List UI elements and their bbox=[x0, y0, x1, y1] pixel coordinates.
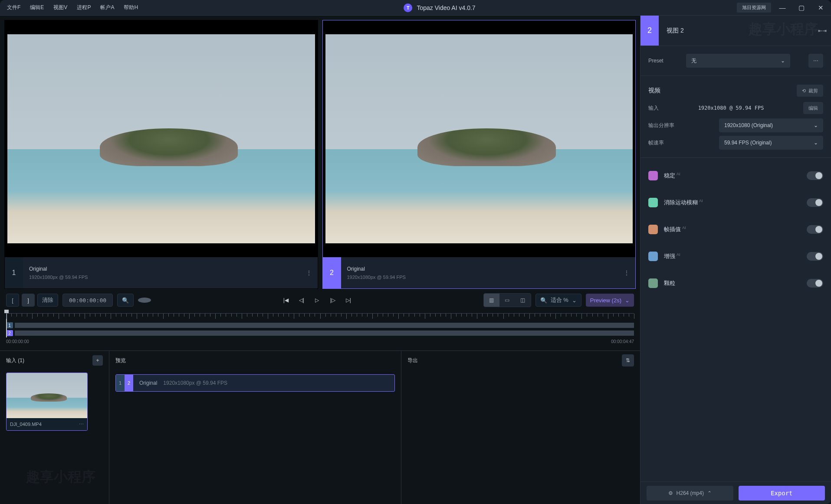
single-view-icon[interactable]: ▭ bbox=[499, 294, 515, 307]
fps-value: 59.94 FPS (Original) bbox=[724, 140, 772, 146]
zoom-select[interactable]: 🔍 适合 % ⌄ bbox=[535, 294, 581, 307]
go-end-button[interactable]: ▷| bbox=[345, 296, 352, 304]
zoom-out-icon: 🔍 bbox=[540, 297, 547, 304]
clear-button[interactable]: 清除 bbox=[37, 294, 58, 307]
app-logo-icon: T bbox=[404, 3, 412, 12]
preset-more-button[interactable]: ⋯ bbox=[808, 54, 823, 68]
mark-in-button[interactable]: [ bbox=[6, 294, 19, 307]
enhancer-label: 颗粒 bbox=[664, 279, 801, 287]
preview-label: Preview (2s) bbox=[590, 297, 621, 304]
input-panel: 输入 (1) + DJI_0409.MP4 ⋯ 趣享小程序 bbox=[0, 351, 109, 504]
compare-mode-toggle[interactable]: ▥ ▭ ◫ bbox=[483, 293, 531, 307]
preview-area: 1 Original 1920x1080px @ 59.94 FPS ⋮ 2 O… bbox=[0, 16, 640, 289]
fps-select[interactable]: 59.94 FPS (Original) ⌄ bbox=[719, 136, 823, 150]
split-view-icon[interactable]: ◫ bbox=[515, 294, 531, 307]
export-button[interactable]: Export bbox=[739, 486, 825, 501]
enhancer-icon bbox=[648, 198, 658, 207]
menu-process[interactable]: 进程P bbox=[72, 1, 95, 14]
play-button[interactable]: ▷ bbox=[313, 296, 321, 304]
preview-panel: 预览 1 2 Original 1920x1080px @ 59.94 FPS bbox=[109, 351, 401, 504]
expand-sidebar-button[interactable]: ⇤⇥ bbox=[814, 22, 831, 39]
menu-view[interactable]: 视图V bbox=[49, 1, 72, 14]
step-fwd-button[interactable]: |▷ bbox=[329, 296, 337, 304]
pane-meta-2: 1920x1080px @ 59.94 FPS bbox=[347, 275, 612, 280]
input-thumbnail[interactable]: DJI_0409.MP4 ⋯ bbox=[6, 373, 88, 431]
go-start-button[interactable]: |◀ bbox=[282, 296, 290, 304]
mark-out-button[interactable]: ] bbox=[22, 294, 35, 307]
preset-label: Preset bbox=[648, 58, 663, 64]
preview-row-badge-2: 2 bbox=[125, 375, 133, 391]
enhancer-toggle[interactable] bbox=[807, 198, 823, 207]
step-back-button[interactable]: ◁| bbox=[298, 296, 305, 304]
menu-file[interactable]: 文件F bbox=[3, 1, 25, 14]
enhancer-toggle[interactable] bbox=[807, 225, 823, 234]
pane-name-1: Original bbox=[29, 266, 294, 272]
enhancer-row-0: 稳定AI bbox=[640, 162, 831, 189]
pane-badge-1: 1 bbox=[5, 257, 23, 288]
side-view-badge: 2 bbox=[640, 16, 659, 46]
enhancer-label: 消除运动模糊AI bbox=[664, 199, 801, 206]
menu-bar: 文件F 编辑E 视图V 进程P 帐户A 帮助H bbox=[3, 1, 142, 14]
pane-menu-2[interactable]: ⋮ bbox=[618, 257, 635, 288]
preview-row-meta: 1920x1080px @ 59.94 FPS bbox=[163, 380, 227, 386]
preview-row-name: Original bbox=[139, 380, 157, 386]
enhancer-icon bbox=[648, 225, 658, 234]
pane-name-2: Original bbox=[347, 266, 612, 272]
crop-button[interactable]: ⟲ 裁剪 bbox=[797, 85, 823, 97]
playback-toolbar: [ ] 清除 00:00:00:00 🔍 |◀ ◁| ▷ |▷ ▷| ▥ ▭ ◫… bbox=[0, 289, 640, 311]
timeline-ruler[interactable] bbox=[6, 313, 634, 321]
timeline-start: 00:00:00:00 bbox=[6, 339, 29, 344]
slider-handle-icon[interactable] bbox=[138, 298, 151, 303]
preview-panel-title: 预览 bbox=[115, 357, 126, 364]
crop-label: 裁剪 bbox=[808, 88, 818, 94]
edit-input-button[interactable]: 编辑 bbox=[803, 102, 823, 114]
menu-account[interactable]: 帐户A bbox=[96, 1, 118, 14]
window-controls: 旭日资源网 — ▢ ✕ bbox=[737, 2, 828, 14]
codec-select[interactable]: ⚙ H264 (mp4) ⌃ bbox=[647, 486, 733, 501]
enhancer-toggle[interactable] bbox=[807, 279, 823, 288]
watermark-text: 趣享小程序 bbox=[26, 468, 95, 487]
enhancer-toggle[interactable] bbox=[807, 252, 823, 261]
preview-list-row[interactable]: 1 2 Original 1920x1080px @ 59.94 FPS bbox=[115, 374, 395, 392]
menu-help[interactable]: 帮助H bbox=[119, 1, 142, 14]
menu-edit[interactable]: 编辑E bbox=[26, 1, 48, 14]
video-section-title: 视频 bbox=[648, 87, 660, 95]
add-input-button[interactable]: + bbox=[92, 355, 103, 366]
preset-value: 无 bbox=[691, 57, 696, 65]
enhancer-row-4: 颗粒 bbox=[640, 270, 831, 297]
thumb-menu-icon[interactable]: ⋯ bbox=[79, 422, 84, 427]
track-1[interactable] bbox=[15, 323, 634, 328]
timecode-display[interactable]: 00:00:00:00 bbox=[62, 294, 113, 307]
preview-pane-2[interactable]: 2 Original 1920x1080px @ 59.94 FPS ⋮ bbox=[322, 20, 636, 289]
timeline[interactable]: 1 2 00:00:00:00 00:00:04:47 bbox=[0, 311, 640, 350]
timeline-end: 00:00:04:47 bbox=[611, 339, 634, 344]
gear-icon: ⚙ bbox=[668, 490, 673, 496]
output-res-select[interactable]: 1920x1080 (Original) ⌄ bbox=[719, 118, 823, 132]
preview-pane-1[interactable]: 1 Original 1920x1080px @ 59.94 FPS ⋮ bbox=[4, 20, 318, 289]
output-res-value: 1920x1080 (Original) bbox=[724, 122, 773, 128]
input-res-value: 1920x1080 @ 59.94 FPS bbox=[698, 105, 764, 111]
enhancer-label: 增强AI bbox=[664, 252, 801, 260]
preview-image-2 bbox=[325, 34, 633, 243]
bottom-panels: 输入 (1) + DJI_0409.MP4 ⋯ 趣享小程序 预览 1 bbox=[0, 350, 640, 504]
preview-dropdown[interactable]: Preview (2s) ⌄ bbox=[586, 294, 634, 307]
export-panel-title: 导出 bbox=[407, 357, 418, 364]
pane-menu-1[interactable]: ⋮ bbox=[300, 257, 318, 288]
preset-select[interactable]: 无 ⌄ bbox=[686, 54, 790, 68]
maximize-button[interactable]: ▢ bbox=[794, 2, 809, 14]
chevron-up-icon: ⌃ bbox=[707, 490, 712, 496]
crop-icon: ⟲ bbox=[802, 88, 806, 94]
export-panel: 导出 ⇅ bbox=[401, 351, 640, 504]
track-2[interactable] bbox=[15, 331, 634, 336]
export-collapse-button[interactable]: ⇅ bbox=[622, 354, 634, 367]
source-tag[interactable]: 旭日资源网 bbox=[737, 3, 771, 13]
side-view-title: 视图 2 bbox=[659, 27, 814, 35]
search-icon[interactable]: 🔍 bbox=[117, 294, 134, 307]
minimize-button[interactable]: — bbox=[775, 2, 790, 14]
fps-label: 帧速率 bbox=[648, 139, 664, 147]
pane-badge-2: 2 bbox=[323, 257, 341, 288]
side-by-side-icon[interactable]: ▥ bbox=[484, 294, 499, 307]
enhancer-toggle[interactable] bbox=[807, 171, 823, 180]
close-button[interactable]: ✕ bbox=[813, 2, 828, 14]
track-badge-1: 1 bbox=[6, 322, 13, 328]
